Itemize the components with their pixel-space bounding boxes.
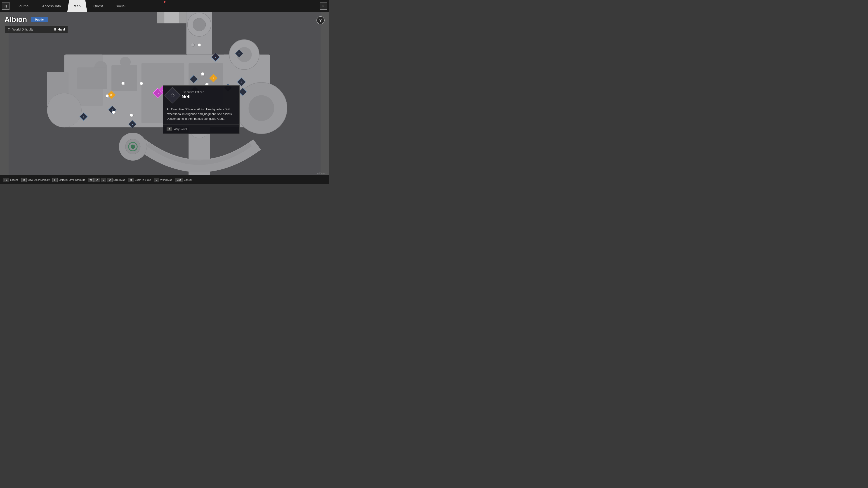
npc-icon: ◇ [170,92,175,98]
key-f[interactable]: F [53,178,58,182]
svg-point-65 [105,94,108,97]
label-legend: Legend [10,178,19,181]
svg-point-67 [130,113,133,117]
waypoint-label: Way Point [174,127,187,131]
label-world-map: World Map [160,178,172,181]
difficulty-bars: II [54,28,56,31]
svg-text:✦: ✦ [131,123,133,126]
difficulty-value: Hard [58,28,65,31]
public-button[interactable]: Public [31,17,48,22]
svg-marker-71 [164,12,179,23]
key-w[interactable]: W [88,178,94,182]
key-s[interactable]: S [101,178,106,182]
tab-map[interactable]: Map [67,0,87,12]
svg-text:◇: ◇ [157,92,159,95]
difficulty-bar[interactable]: ⚙ World Difficulty II Hard [4,26,68,33]
svg-text:⊙: ⊙ [112,109,113,111]
tab-quest[interactable]: Quest [87,0,110,12]
bottom-bar: F1 Legend R View Other Difficulty F Diff… [0,175,329,184]
label-scroll-map: Scroll Map [114,178,125,181]
svg-point-62 [201,72,204,75]
svg-marker-72 [179,12,186,23]
key-g[interactable]: G [154,178,159,182]
svg-text:!: ! [213,77,214,80]
svg-text:⊕: ⊕ [83,116,85,118]
npc-name: Nell [182,94,204,100]
key-a[interactable]: A [94,178,100,182]
tab-social[interactable]: Social [110,0,132,12]
key-esc[interactable]: Esc [175,178,183,182]
svg-text:▲: ▲ [214,56,217,59]
svg-point-69 [140,82,143,85]
label-difficulty-rewards: Difficulty Level Rewards [59,178,85,181]
tab-access-info[interactable]: Access Info [36,0,67,12]
svg-text:⊕: ⊕ [241,81,242,84]
label-cancel: Cancel [184,178,191,181]
difficulty-icon: ⚙ [7,27,11,31]
help-button[interactable]: ? [316,16,324,24]
label-view-other-difficulty: View Other Difficulty [28,178,50,181]
world-title-area: Albion Public ⚙ World Difficulty II Hard [4,15,68,33]
npc-title-group: Executive Officer Nell [182,90,204,100]
npc-popup: ◇ Executive Officer Nell An Executive Of… [163,86,240,134]
svg-text:◇: ◇ [193,78,194,80]
svg-point-68 [122,82,125,85]
world-name: Albion [4,15,27,24]
nav-key-q[interactable]: Q [2,2,9,10]
svg-marker-70 [157,12,164,23]
key-zoom: 🖱 [128,178,134,182]
watermark: gIGamer [317,172,327,174]
notification-dot [164,1,165,3]
npc-role: Executive Officer [182,90,204,94]
npc-waypoint[interactable]: X Way Point [163,125,239,133]
key-d[interactable]: D [107,178,113,182]
difficulty-label: World Difficulty [12,28,54,31]
tab-journal[interactable]: Journal [11,0,36,12]
key-r[interactable]: R [21,178,27,182]
svg-point-66 [112,111,115,114]
label-zoom: Zoom In & Out [135,178,151,181]
npc-description: An Executive Officer at Albion Headquart… [163,104,239,125]
npc-header: ◇ Executive Officer Nell [163,86,239,104]
nav-key-e[interactable]: E [320,2,327,10]
npc-icon-box: ◇ [164,87,181,103]
top-navigation: Q Journal Access Info Map Quest Social E [0,0,329,12]
svg-text:✉: ✉ [110,93,113,96]
svg-point-61 [198,43,201,46]
waypoint-key: X [166,127,172,131]
svg-text:◇: ◇ [238,53,240,55]
key-f1[interactable]: F1 [3,178,9,182]
